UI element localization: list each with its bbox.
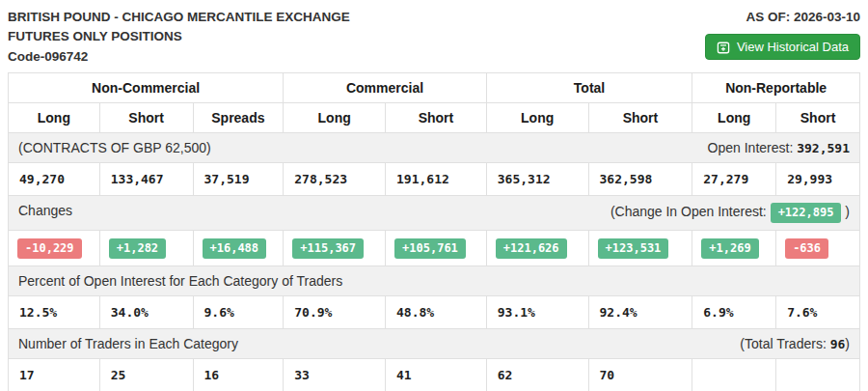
section-label-percent-of-open-interest: Percent of Open Interest for Each Catego…	[9, 266, 860, 296]
section-label-text: Changes	[18, 203, 72, 218]
column-header-short: Short	[99, 102, 193, 132]
column-header-spreads: Spreads	[193, 102, 284, 132]
value-cell: 16	[193, 359, 284, 391]
value-cell	[692, 359, 776, 391]
value-cell: 92.4%	[588, 296, 692, 329]
change-badge: +1,269	[701, 238, 758, 260]
group-header-non-commercial: Non-Commercial	[9, 72, 284, 102]
value-cell: 191,612	[386, 162, 487, 195]
view-historical-data-label: View Historical Data	[737, 40, 849, 54]
section-label-positions: (CONTRACTS OF GBP 62,500)Open Interest: …	[9, 132, 860, 162]
section-label-text: Number of Traders in Each Category	[18, 336, 238, 351]
section-label-row-changes: Changes(Change In Open Interest: +122,89…	[9, 195, 860, 231]
change-badge: +115,367	[292, 238, 364, 260]
change-cell: -10,229	[9, 231, 100, 266]
change-badge: -10,229	[17, 238, 82, 260]
change-badge: +16,488	[203, 238, 267, 260]
value-cell: 133,467	[99, 162, 193, 195]
report-code: Code-096742	[8, 47, 350, 67]
change-badge: +105,761	[394, 238, 466, 260]
section-values-row-positions: 49,270133,46737,519278,523191,612365,312…	[9, 162, 860, 195]
value-cell: 12.5%	[9, 296, 100, 329]
group-header-row: Non-CommercialCommercialTotalNon-Reporta…	[9, 72, 860, 102]
cot-report-page: BRITISH POUND - CHICAGO MERCANTILE EXCHA…	[0, 0, 868, 391]
section-right-info-number-of-traders: (Total Traders: 96)	[740, 336, 850, 351]
value-cell: 25	[99, 359, 193, 391]
column-header-long: Long	[284, 102, 386, 132]
section-values-row-percent-of-open-interest: 12.5%34.0%9.6%70.9%48.8%93.1%92.4%6.9%7.…	[9, 296, 860, 329]
value-cell: 93.1%	[486, 296, 588, 329]
section-right-info-changes: (Change In Open Interest: +122,895 )	[610, 203, 850, 224]
value-cell: 365,312	[486, 162, 588, 195]
as-of-date: AS OF: 2026-03-10	[746, 10, 860, 24]
value-cell: 362,598	[588, 162, 692, 195]
value-cell: 70.9%	[284, 296, 386, 329]
value-cell: 70	[588, 359, 692, 391]
report-title-block: BRITISH POUND - CHICAGO MERCANTILE EXCHA…	[8, 8, 350, 67]
group-header-non-reportable: Non-Reportable	[692, 72, 860, 102]
value-cell: 33	[284, 359, 386, 391]
value-cell: 7.6%	[776, 296, 860, 329]
section-right-prefix: (Total Traders:	[740, 336, 829, 351]
change-cell: +1,282	[99, 231, 193, 266]
change-cell: +121,626	[486, 231, 588, 266]
section-right-value: 96	[830, 337, 846, 351]
value-cell: 49,270	[9, 162, 100, 195]
cot-futures-table: Non-CommercialCommercialTotalNon-Reporta…	[8, 72, 860, 391]
section-label-text: (CONTRACTS OF GBP 62,500)	[18, 140, 211, 155]
value-cell: 17	[9, 359, 100, 391]
change-cell: +123,531	[588, 231, 692, 266]
change-cell: +16,488	[193, 231, 284, 266]
section-label-row-number-of-traders: Number of Traders in Each Category(Total…	[9, 329, 860, 359]
section-label-text: Percent of Open Interest for Each Catego…	[18, 273, 342, 289]
change-badge: +1,282	[109, 238, 166, 260]
report-header-right: AS OF: 2026-03-10 View Historical Data	[705, 8, 860, 60]
column-header-short: Short	[588, 102, 692, 132]
report-subtitle: FUTURES ONLY POSITIONS	[8, 27, 350, 46]
section-label-row-positions: (CONTRACTS OF GBP 62,500)Open Interest: …	[9, 132, 860, 162]
section-right-info-positions: Open Interest: 392,591	[708, 140, 850, 155]
column-header-short: Short	[776, 102, 860, 132]
value-cell: 27,279	[692, 162, 776, 195]
section-right-value: 392,591	[797, 141, 850, 155]
section-label-number-of-traders: Number of Traders in Each Category(Total…	[9, 329, 860, 359]
change-badge: +121,626	[496, 238, 567, 260]
group-header-commercial: Commercial	[284, 72, 487, 102]
column-header-short: Short	[386, 102, 487, 132]
value-cell: 278,523	[284, 162, 386, 195]
column-header-long: Long	[692, 102, 776, 132]
section-label-row-percent-of-open-interest: Percent of Open Interest for Each Catego…	[9, 266, 860, 296]
report-title: BRITISH POUND - CHICAGO MERCANTILE EXCHA…	[8, 8, 350, 27]
value-cell: 6.9%	[692, 296, 776, 329]
value-cell: 9.6%	[193, 296, 284, 329]
change-cell: +105,761	[386, 231, 487, 266]
change-cell: +115,367	[284, 231, 386, 266]
change-cell: -636	[776, 231, 860, 266]
value-cell: 29,993	[776, 162, 860, 195]
view-historical-data-button[interactable]: View Historical Data	[705, 34, 860, 60]
change-badge: -636	[785, 238, 828, 260]
section-values-row-number-of-traders: 17251633416270	[9, 359, 860, 391]
report-header: BRITISH POUND - CHICAGO MERCANTILE EXCHA…	[8, 8, 860, 67]
value-cell: 34.0%	[99, 296, 193, 329]
value-cell	[776, 359, 860, 391]
value-cell: 41	[386, 359, 487, 391]
change-badge: +123,531	[598, 238, 669, 260]
value-cell: 37,519	[193, 162, 284, 195]
section-right-prefix: (Change In Open Interest:	[610, 204, 771, 219]
section-right-suffix: )	[841, 204, 850, 219]
section-right-value: +122,895	[771, 203, 842, 224]
column-header-row: LongShortSpreadsLongShortLongShortLongSh…	[9, 102, 860, 132]
group-header-total: Total	[486, 72, 692, 102]
section-values-row-changes: -10,229+1,282+16,488+115,367+105,761+121…	[9, 231, 860, 266]
section-right-suffix: )	[845, 336, 850, 351]
value-cell: 48.8%	[386, 296, 487, 329]
change-cell: +1,269	[692, 231, 776, 266]
column-header-long: Long	[486, 102, 588, 132]
section-right-prefix: Open Interest:	[708, 140, 798, 155]
value-cell: 62	[486, 359, 588, 391]
section-label-changes: Changes(Change In Open Interest: +122,89…	[9, 195, 860, 231]
column-header-long: Long	[9, 102, 100, 132]
calendar-plus-icon	[717, 41, 730, 54]
